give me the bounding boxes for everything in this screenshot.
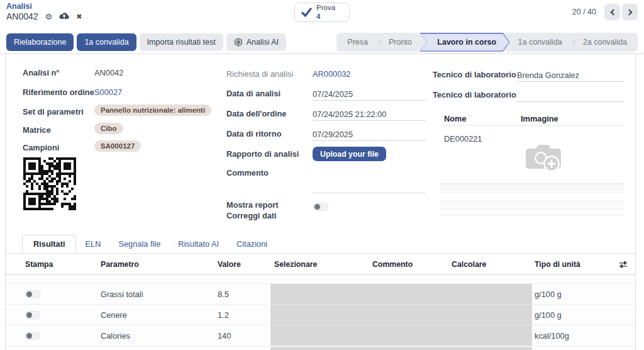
col-header-selezionare[interactable]: Selezionare — [274, 260, 317, 269]
stat-button-label: Prova — [316, 4, 335, 12]
table-row[interactable]: Calories 140 kcal/100g — [6, 325, 635, 346]
gear-icon[interactable]: ⚙ — [45, 13, 53, 21]
images-table-name-header: Nome — [444, 114, 467, 123]
order-date-label: Data dell'ordine — [226, 109, 286, 118]
return-date-label: Data di ritorno — [226, 129, 281, 138]
show-report-toggle[interactable] — [313, 203, 328, 211]
pager-counter: 20 / 40 — [572, 8, 596, 16]
images-table-row-border — [440, 183, 625, 184]
record-pager: 20 / 40 — [572, 4, 638, 20]
breadcrumb[interactable]: Analisi — [6, 2, 32, 11]
unit-cell[interactable]: kcal/100g — [535, 331, 569, 341]
disabled-cells — [270, 347, 532, 350]
parameter-cell[interactable]: Grassi totali — [101, 290, 143, 299]
disabled-cells — [270, 284, 532, 304]
empty-list-row — [440, 201, 625, 210]
pager-prev-button[interactable] — [604, 4, 620, 20]
value-cell[interactable]: 1.2 — [218, 310, 229, 320]
request-link[interactable]: AR000032 — [313, 69, 350, 79]
analysis-form-page: Analisi AN0042 ⚙ ✖ Prova 4 20 / 40 Riela… — [0, 0, 644, 350]
table-row-spacer — [6, 275, 635, 284]
first-validation-button[interactable]: 1a convalida — [77, 33, 136, 51]
unit-cell[interactable]: g/100 g — [535, 290, 562, 299]
print-toggle[interactable] — [25, 311, 40, 319]
analysis-no-label: Analisi n° — [23, 68, 59, 77]
record-title: AN0042 — [6, 11, 38, 21]
show-report-label: Mostra report — [226, 200, 278, 210]
qr-code-image — [23, 157, 76, 210]
tab-segnala-file[interactable]: Segnala file — [109, 235, 169, 253]
action-buttons: Rielaborazione 1a convalida Importa risu… — [6, 33, 286, 51]
ai-analysis-button[interactable]: Analisi AI — [226, 33, 286, 51]
col-header-parametro[interactable]: Parametro — [101, 260, 139, 269]
report-label: Rapporto di analisi — [226, 149, 299, 159]
toggle-knob — [26, 291, 32, 297]
statusbar-step-pronto[interactable]: Pronto — [380, 38, 420, 47]
images-table-row-name[interactable]: DE000221 — [444, 134, 482, 144]
openai-icon — [234, 38, 243, 47]
statusbar-step-presa[interactable]: Presa — [339, 38, 376, 47]
tab-eln[interactable]: ELN — [76, 235, 109, 253]
table-row-partial — [6, 347, 635, 350]
unit-cell[interactable]: g/100 g — [535, 310, 562, 320]
request-label: Richiesta di analisi — [226, 69, 293, 79]
statusbar-step-1a-convalida[interactable]: 1a convalida — [510, 38, 570, 47]
order-date-input[interactable]: 07/24/2025 21:22:00 — [313, 110, 426, 121]
comment-label: Commento — [226, 168, 269, 178]
pager-next-button[interactable] — [622, 4, 638, 20]
param-set-badge[interactable]: Pannello nutrizionale: alimenti — [94, 104, 211, 116]
test-stat-button[interactable]: Prova 4 — [294, 3, 350, 22]
analysis-date-input[interactable]: 07/24/2025 — [313, 89, 426, 101]
samples-badge[interactable]: SA000127 — [94, 140, 141, 152]
toggle-knob — [314, 204, 320, 210]
col-header-tipo-di-unita[interactable]: Tipo di unità — [535, 260, 580, 269]
lab-technician-2-label: Tecnico di laboratorio — [433, 90, 516, 99]
statusbar-step-active[interactable]: Lavoro in corso — [420, 33, 510, 52]
value-cell[interactable]: 8.5 — [218, 290, 229, 299]
cloud-upload-glyph — [59, 12, 69, 20]
table-row[interactable]: Cenere 1.2 g/100 g — [6, 305, 635, 325]
stat-button-value: 4 — [316, 13, 335, 21]
close-icon[interactable]: ✖ — [76, 13, 82, 20]
record-header: AN0042 ⚙ ✖ — [6, 11, 82, 21]
print-toggle[interactable] — [25, 290, 40, 298]
images-table-header-border — [440, 125, 625, 126]
order-ref-link[interactable]: S00027 — [94, 88, 122, 97]
reprocess-button[interactable]: Rielaborazione — [6, 33, 74, 51]
comment-input[interactable] — [313, 182, 426, 193]
sheet-right-border — [635, 54, 636, 350]
parameter-cell[interactable]: Cenere — [101, 310, 127, 320]
print-toggle[interactable] — [25, 332, 40, 340]
statusbar-step-2a-convalida[interactable]: 2a convalida — [575, 38, 635, 47]
camera-plus-icon[interactable] — [524, 142, 563, 174]
chevron-right-icon — [626, 9, 632, 15]
adjust-columns-icon[interactable] — [619, 261, 628, 268]
disabled-cells — [270, 305, 532, 325]
col-header-commento[interactable]: Commento — [372, 260, 413, 269]
tab-risultato-ai[interactable]: Risultato AI — [169, 235, 228, 253]
param-set-label: Set di parametri — [23, 107, 84, 116]
tab-citazioni[interactable]: Citazioni — [228, 235, 276, 253]
matrix-badge[interactable]: Cibo — [94, 123, 123, 134]
col-header-stampa[interactable]: Stampa — [25, 260, 53, 269]
lab-technician-input[interactable]: Brenda Gonzalez — [517, 71, 624, 82]
toggle-knob — [26, 312, 32, 318]
images-table-image-header: Immagine — [521, 114, 558, 123]
upload-file-button[interactable]: Upload your file — [313, 147, 386, 161]
col-header-calcolare[interactable]: Calcolare — [452, 260, 486, 269]
col-header-valore[interactable]: Valore — [218, 260, 241, 269]
lab-technician-2-input[interactable] — [517, 91, 624, 102]
check-icon — [301, 8, 312, 17]
value-cell[interactable]: 140 — [218, 331, 231, 341]
images-table-bottom-border — [440, 215, 625, 215]
tab-risultati[interactable]: Risultati — [22, 235, 76, 253]
toggle-knob — [26, 333, 32, 339]
chevron-left-icon — [610, 9, 616, 15]
return-date-input[interactable]: 07/29/2025 — [313, 130, 426, 141]
cloud-upload-icon[interactable] — [59, 12, 69, 21]
parameter-cell[interactable]: Calories — [101, 331, 130, 341]
empty-list-row — [440, 184, 625, 193]
import-results-button[interactable]: Importa risultati test — [140, 33, 223, 51]
table-row[interactable]: Grassi totali 8.5 g/100 g — [6, 284, 635, 305]
lab-technician-label: Tecnico di laboratorio — [433, 70, 516, 79]
